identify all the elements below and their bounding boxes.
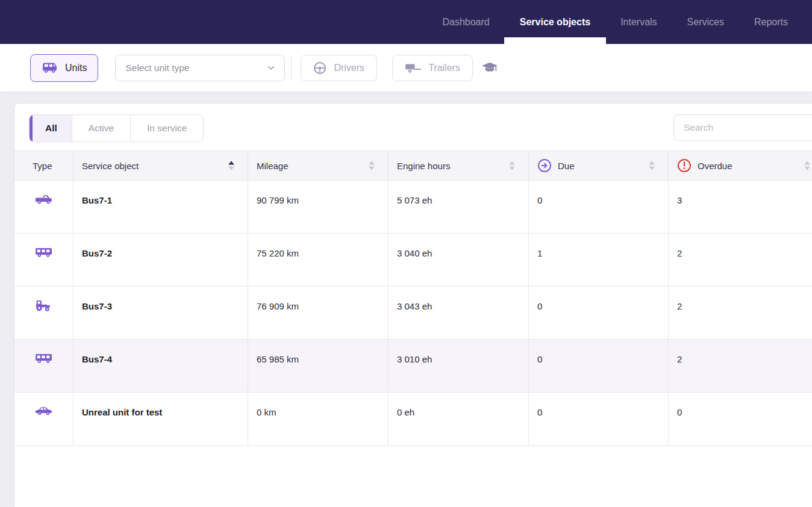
nav-tab-label: Dashboard <box>442 17 489 28</box>
units-button[interactable]: Units <box>30 54 98 82</box>
column-label: Overdue <box>698 161 732 171</box>
bus-icon <box>35 355 52 365</box>
nav-tab-label: Services <box>687 17 724 28</box>
type-cell <box>14 393 73 445</box>
nav-tabs: DashboardService objectsIntervalsService… <box>442 0 812 44</box>
column-label: Service object <box>82 161 139 171</box>
table-header: TypeService objectMileageEngine hoursDue… <box>14 151 812 181</box>
column-header-service-object[interactable]: Service object <box>73 151 248 180</box>
mileage-cell: 76 909 km <box>248 287 389 339</box>
engine-hours-cell: 0 eh <box>389 393 529 445</box>
van-icon <box>42 62 58 73</box>
service-object-cell: Bus7-3 <box>73 287 248 339</box>
service-objects-table: TypeService objectMileageEngine hoursDue… <box>14 151 812 446</box>
due-cell: 0 <box>529 181 669 233</box>
trailer-icon <box>405 63 421 73</box>
mileage-cell: 90 799 km <box>248 181 389 233</box>
sort-arrows-icon[interactable] <box>509 161 515 170</box>
overdue-cell: 2 <box>669 234 812 286</box>
column-header-mileage[interactable]: Mileage <box>248 151 389 180</box>
table-row-bus7-4[interactable]: Bus7-465 985 km3 010 eh02 <box>14 340 812 393</box>
sort-arrows-icon[interactable] <box>228 161 234 170</box>
drivers-button-label: Drivers <box>334 63 364 73</box>
trailers-button[interactable]: Trailers <box>392 55 473 81</box>
column-header-type: Type <box>14 151 73 180</box>
engine-hours-cell: 5 073 eh <box>389 181 529 233</box>
column-header-overdue[interactable]: Overdue <box>669 151 812 180</box>
overdue-cell: 2 <box>669 340 812 392</box>
engine-hours-cell: 3 040 eh <box>389 234 529 286</box>
sort-arrows-icon[interactable] <box>804 161 810 170</box>
service-object-cell: Bus7-4 <box>73 340 248 392</box>
table-row-bus7-3[interactable]: Bus7-376 909 km3 043 eh02 <box>14 287 812 340</box>
tab-all[interactable]: All <box>30 115 72 142</box>
type-cell <box>14 287 73 339</box>
due-cell: 0 <box>529 393 669 445</box>
sort-arrows-icon[interactable] <box>369 161 375 170</box>
nav-tab-reports[interactable]: Reports <box>754 0 788 44</box>
nav-tab-label: Reports <box>754 17 788 28</box>
nav-tab-service-objects[interactable]: Service objects <box>520 0 590 44</box>
unit-type-select[interactable]: Select unit type <box>115 55 285 81</box>
pickup-truck-icon <box>35 196 52 207</box>
table-row-bus7-1[interactable]: Bus7-190 799 km5 073 eh03 <box>14 181 812 234</box>
nav-tab-dashboard[interactable]: Dashboard <box>442 0 489 44</box>
tractor-icon <box>35 303 51 314</box>
mileage-cell: 0 km <box>248 393 389 445</box>
type-cell <box>14 181 73 233</box>
service-object-cell: Unreal unit for test <box>73 393 248 445</box>
table-body: Bus7-190 799 km5 073 eh03Bus7-275 220 km… <box>14 181 812 446</box>
graduation-cap-icon[interactable] <box>481 62 498 73</box>
type-cell <box>14 234 73 286</box>
nav-tab-services[interactable]: Services <box>687 0 724 44</box>
filter-tabs: AllActiveIn service <box>29 114 204 142</box>
due-cell: 0 <box>529 340 669 392</box>
service-object-cell: Bus7-2 <box>73 234 248 286</box>
drivers-button[interactable]: Drivers <box>301 55 377 81</box>
type-cell <box>14 340 73 392</box>
tab-active[interactable]: Active <box>72 115 131 142</box>
engine-hours-cell: 3 043 eh <box>389 287 529 339</box>
column-header-engine-hours[interactable]: Engine hours <box>389 151 529 180</box>
nav-tab-intervals[interactable]: Intervals <box>620 0 657 44</box>
chevron-down-icon <box>267 66 275 70</box>
column-label: Engine hours <box>397 161 450 171</box>
due-cell: 0 <box>529 287 669 339</box>
unit-type-placeholder: Select unit type <box>125 63 189 73</box>
mileage-cell: 65 985 km <box>248 340 389 392</box>
table-row-bus7-2[interactable]: Bus7-275 220 km3 040 eh12 <box>14 234 812 287</box>
due-cell: 1 <box>529 234 669 286</box>
nav-tab-label: Service objects <box>520 17 590 28</box>
overdue-cell: 0 <box>669 393 812 445</box>
sort-arrows-icon[interactable] <box>649 161 655 170</box>
engine-hours-cell: 3 010 eh <box>389 340 529 392</box>
column-label: Mileage <box>257 161 289 171</box>
table-row-unreal-unit-for-test[interactable]: Unreal unit for test0 km0 eh00 <box>14 393 812 446</box>
tab-in-service[interactable]: In service <box>131 115 203 142</box>
search-input[interactable] <box>673 114 812 141</box>
service-objects-panel: AllActiveIn service TypeService objectMi… <box>14 104 812 507</box>
steering-wheel-icon <box>313 61 326 75</box>
column-label: Due <box>558 161 575 171</box>
trailers-button-label: Trailers <box>428 63 460 73</box>
screen: DashboardService objectsIntervalsService… <box>0 0 812 507</box>
overdue-circle-icon <box>677 158 692 173</box>
tab-label: In service <box>147 123 187 134</box>
bus-icon <box>35 249 52 260</box>
toolbar: Units Select unit type Drivers Trailers <box>0 44 812 92</box>
nav-tab-label: Intervals <box>620 17 657 28</box>
tab-label: All <box>45 123 57 134</box>
toolbar-divider <box>291 55 292 81</box>
mileage-cell: 75 220 km <box>248 234 389 286</box>
service-object-cell: Bus7-1 <box>73 181 248 233</box>
units-button-label: Units <box>65 63 87 73</box>
overdue-cell: 3 <box>669 181 812 233</box>
column-label: Type <box>33 161 52 171</box>
overdue-cell: 2 <box>669 287 812 339</box>
tab-label: Active <box>89 123 114 134</box>
panel-top: AllActiveIn service <box>14 104 812 142</box>
due-circle-icon <box>537 158 552 173</box>
top-nav: DashboardService objectsIntervalsService… <box>0 0 812 44</box>
column-header-due[interactable]: Due <box>529 151 669 180</box>
car-icon <box>35 407 52 417</box>
